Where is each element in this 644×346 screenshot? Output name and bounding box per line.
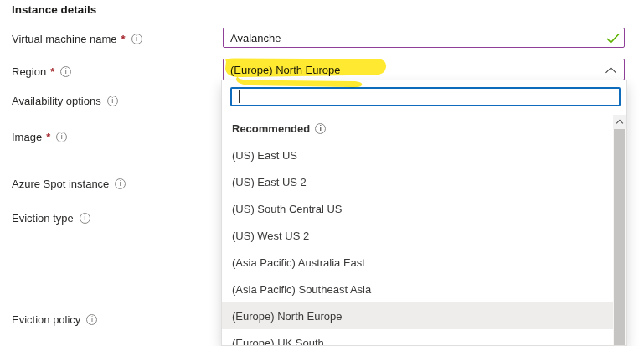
info-icon[interactable] (56, 132, 67, 142)
label-text: Eviction type (12, 212, 74, 225)
dropdown-scrollbar[interactable] (613, 115, 626, 345)
field-label-availability-options: Availability options (12, 94, 118, 107)
region-search-input[interactable] (230, 87, 621, 106)
info-icon[interactable] (80, 213, 90, 224)
option-group-header: Recommended (222, 115, 613, 142)
label-text: Eviction policy (12, 313, 80, 326)
virtual-machine-name-input[interactable] (223, 28, 625, 48)
region-option-list: Recommended (US) East US (US) East US 2 … (222, 115, 613, 345)
info-icon[interactable] (107, 96, 118, 106)
region-option[interactable]: (US) East US (222, 142, 613, 168)
required-asterisk: * (50, 65, 54, 78)
info-icon[interactable] (115, 178, 126, 189)
scroll-up-button[interactable] (613, 115, 626, 129)
section-title: Instance details (12, 3, 96, 16)
label-text: Image (12, 131, 42, 143)
region-option[interactable]: (US) South Central US (222, 195, 613, 222)
chevron-up-icon[interactable] (605, 67, 616, 78)
region-option[interactable]: (Europe) North Europe (222, 302, 613, 329)
info-icon[interactable] (86, 314, 97, 325)
field-label-image: Image * (12, 130, 67, 143)
field-label-eviction-type: Eviction type (12, 211, 90, 225)
field-label-region: Region * (12, 65, 71, 78)
required-asterisk: * (46, 131, 50, 143)
label-text: Availability options (12, 95, 101, 107)
info-icon[interactable] (131, 34, 142, 44)
field-label-virtual-machine-name: Virtual machine name * (12, 32, 142, 45)
checkmark-icon (606, 33, 620, 44)
label-text: Virtual machine name (12, 33, 117, 45)
info-icon[interactable] (315, 123, 326, 134)
region-combobox[interactable]: (Europe) North Europe (223, 59, 625, 80)
region-dropdown-panel: Recommended (US) East US (US) East US 2 … (221, 80, 627, 346)
region-selected-value: (Europe) North Europe (230, 64, 341, 76)
info-icon[interactable] (60, 66, 71, 77)
required-asterisk: * (121, 33, 126, 45)
scroll-up-arrow-icon (616, 120, 622, 127)
field-label-azure-spot-instance: Azure Spot instance (12, 177, 126, 190)
label-text: Azure Spot instance (12, 178, 109, 190)
region-option[interactable]: (Europe) UK South (222, 329, 613, 345)
text-cursor (239, 90, 240, 103)
scrollbar-thumb[interactable] (614, 129, 625, 345)
region-option[interactable]: (US) West US 2 (222, 222, 613, 249)
region-option[interactable]: (Asia Pacific) Australia East (222, 249, 613, 276)
field-label-eviction-policy: Eviction policy (12, 312, 97, 326)
region-option[interactable]: (Asia Pacific) Southeast Asia (222, 276, 613, 302)
group-header-text: Recommended (232, 122, 310, 135)
region-option[interactable]: (US) East US 2 (222, 168, 613, 195)
label-text: Region (12, 65, 46, 78)
